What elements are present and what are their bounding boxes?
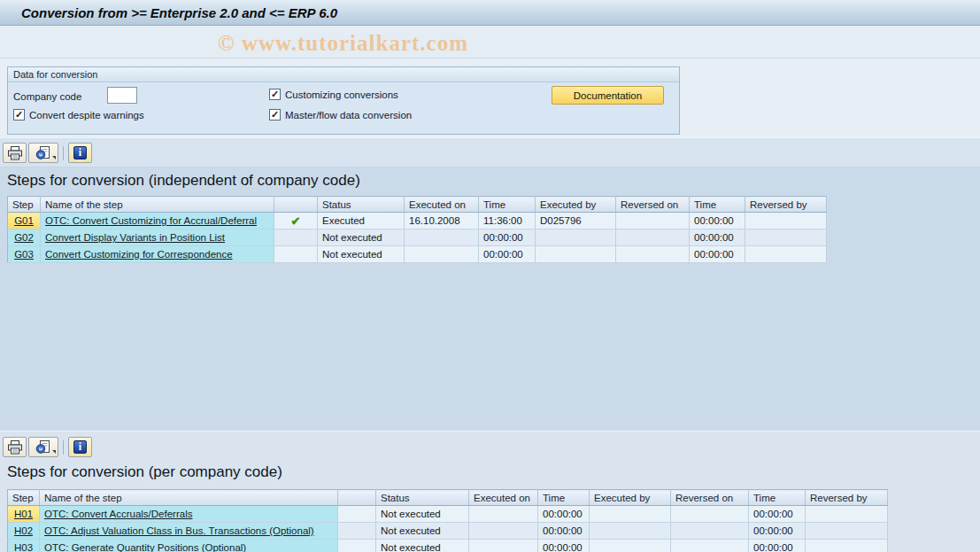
cell-reversed-on bbox=[616, 246, 690, 263]
status-check-cell: ✔ bbox=[274, 213, 318, 229]
section-per-company-code: i Steps for conversion (per company code… bbox=[0, 431, 980, 552]
checkbox-label: Customizing conversions bbox=[285, 89, 398, 100]
col-executed-on[interactable]: Executed on bbox=[469, 490, 538, 506]
company-code-label: Company code bbox=[13, 91, 81, 102]
col-executed-by[interactable]: Executed by bbox=[590, 490, 671, 506]
data-for-conversion-groupbox: Data for conversion Company code ✓ Custo… bbox=[7, 66, 680, 135]
col-reversed-by[interactable]: Reversed by bbox=[745, 197, 827, 213]
cell-time: 11:36:00 bbox=[479, 213, 536, 229]
info-icon: i bbox=[73, 146, 87, 159]
blank-cell bbox=[338, 523, 376, 540]
toolbar-separator bbox=[63, 146, 64, 160]
info-button[interactable]: i bbox=[68, 143, 92, 163]
step-link[interactable]: H01 bbox=[8, 506, 40, 523]
col-step[interactable]: Step bbox=[8, 197, 41, 213]
cell-status: Not executed bbox=[376, 523, 469, 540]
cell-executed-by bbox=[590, 523, 671, 540]
cell-reversed-by bbox=[745, 213, 827, 229]
cell-reversed-time: 00:00:00 bbox=[749, 523, 806, 540]
print-preview-icon bbox=[35, 146, 51, 160]
cell-status: Not executed bbox=[376, 506, 469, 523]
printer-icon bbox=[7, 146, 23, 160]
printer-icon bbox=[7, 440, 23, 455]
col-time2[interactable]: Time bbox=[690, 197, 745, 213]
step-name-link[interactable]: OTC: Generate Quantity Positions (Option… bbox=[40, 540, 338, 552]
col-check[interactable] bbox=[338, 490, 376, 506]
cell-time: 00:00:00 bbox=[538, 506, 590, 523]
cell-status: Not executed bbox=[318, 229, 405, 246]
cell-executed-by: D025796 bbox=[536, 213, 616, 229]
toolbar-separator bbox=[63, 440, 64, 455]
col-time2[interactable]: Time bbox=[749, 490, 806, 506]
step-link[interactable]: H02 bbox=[8, 523, 40, 540]
col-status[interactable]: Status bbox=[376, 490, 469, 506]
table-row: G01 OTC: Convert Customizing for Accrual… bbox=[8, 213, 827, 229]
table-row: H03 OTC: Generate Quantity Positions (Op… bbox=[8, 540, 888, 552]
col-check[interactable] bbox=[274, 197, 318, 213]
step-name-link[interactable]: OTC: Convert Customizing for Accrual/Def… bbox=[41, 213, 274, 229]
step-link[interactable]: H03 bbox=[8, 540, 40, 552]
cell-executed-on bbox=[469, 523, 538, 540]
watermark-band: © www.tutorialkart.com bbox=[0, 26, 980, 58]
step-link[interactable]: G02 bbox=[8, 229, 41, 246]
blank-cell bbox=[338, 540, 376, 552]
customizing-conversions-checkbox[interactable]: ✓ Customizing conversions bbox=[269, 89, 398, 100]
cell-executed-on bbox=[469, 540, 538, 552]
info-button[interactable]: i bbox=[68, 437, 92, 457]
company-code-input[interactable] bbox=[107, 87, 137, 104]
col-time[interactable]: Time bbox=[479, 197, 536, 213]
steps-table-independent: Step Name of the step Status Executed on… bbox=[7, 196, 827, 263]
col-executed-by[interactable]: Executed by bbox=[536, 197, 616, 213]
cell-executed-by bbox=[536, 229, 616, 246]
cell-reversed-time: 00:00:00 bbox=[690, 246, 745, 263]
steps-table-per-company: Step Name of the step Status Executed on… bbox=[7, 489, 888, 552]
window-titlebar: Conversion from >= Enterprise 2.0 and <=… bbox=[0, 0, 980, 26]
info-icon: i bbox=[73, 440, 87, 454]
checkbox-label: Master/flow data conversion bbox=[285, 110, 412, 121]
cell-time: 00:00:00 bbox=[479, 229, 536, 246]
cell-reversed-on bbox=[616, 229, 690, 246]
cell-executed-on bbox=[405, 246, 479, 263]
step-name-link[interactable]: Convert Display Variants in Position Lis… bbox=[41, 229, 274, 246]
col-name[interactable]: Name of the step bbox=[40, 490, 338, 506]
status-check-cell bbox=[274, 246, 318, 263]
print-preview-button[interactable] bbox=[28, 437, 58, 457]
cell-reversed-on bbox=[616, 213, 690, 229]
col-status[interactable]: Status bbox=[318, 197, 405, 213]
cell-reversed-on bbox=[671, 540, 749, 552]
step-name-link[interactable]: OTC: Convert Accruals/Deferrals bbox=[40, 506, 338, 523]
cell-reversed-time: 00:00:00 bbox=[690, 213, 745, 229]
table-row: G03 Convert Customizing for Corresponden… bbox=[8, 246, 827, 263]
documentation-button[interactable]: Documentation bbox=[552, 86, 664, 105]
print-button[interactable] bbox=[3, 437, 27, 457]
col-step[interactable]: Step bbox=[8, 490, 40, 506]
col-name[interactable]: Name of the step bbox=[41, 197, 274, 213]
print-button[interactable] bbox=[3, 143, 27, 163]
step-link[interactable]: G03 bbox=[8, 246, 41, 263]
print-preview-button[interactable] bbox=[28, 143, 58, 163]
cell-executed-on: 16.10.2008 bbox=[405, 213, 479, 229]
step-name-link[interactable]: Convert Customizing for Correspondence bbox=[41, 246, 274, 263]
convert-despite-warnings-checkbox[interactable]: ✓ Convert despite warnings bbox=[13, 109, 144, 121]
section1-heading: Steps for conversion (independent of com… bbox=[7, 172, 360, 190]
checkbox-check-icon: ✓ bbox=[269, 89, 281, 100]
section-independent-of-company-code: i Steps for conversion (independent of c… bbox=[0, 137, 980, 432]
col-reversed-on[interactable]: Reversed on bbox=[616, 197, 690, 213]
col-executed-on[interactable]: Executed on bbox=[405, 197, 479, 213]
blank-cell bbox=[338, 506, 376, 523]
col-reversed-on[interactable]: Reversed on bbox=[671, 490, 749, 506]
master-flow-data-conversion-checkbox[interactable]: ✓ Master/flow data conversion bbox=[269, 109, 412, 121]
col-reversed-by[interactable]: Reversed by bbox=[806, 490, 888, 506]
cell-status: Not executed bbox=[376, 540, 469, 552]
step-name-link[interactable]: OTC: Adjust Valuation Class in Bus. Tran… bbox=[40, 523, 338, 540]
page-title: Conversion from >= Enterprise 2.0 and <=… bbox=[21, 5, 337, 20]
status-check-cell bbox=[274, 229, 318, 246]
cell-reversed-on bbox=[671, 523, 749, 540]
table-row: H01 OTC: Convert Accruals/Deferrals Not … bbox=[8, 506, 888, 523]
cell-reversed-time: 00:00:00 bbox=[749, 540, 806, 552]
toolbar-strip bbox=[0, 137, 980, 167]
dropdown-arrow-icon bbox=[52, 450, 56, 454]
cell-time: 00:00:00 bbox=[538, 540, 590, 552]
step-link[interactable]: G01 bbox=[8, 213, 41, 229]
col-time[interactable]: Time bbox=[538, 490, 590, 506]
